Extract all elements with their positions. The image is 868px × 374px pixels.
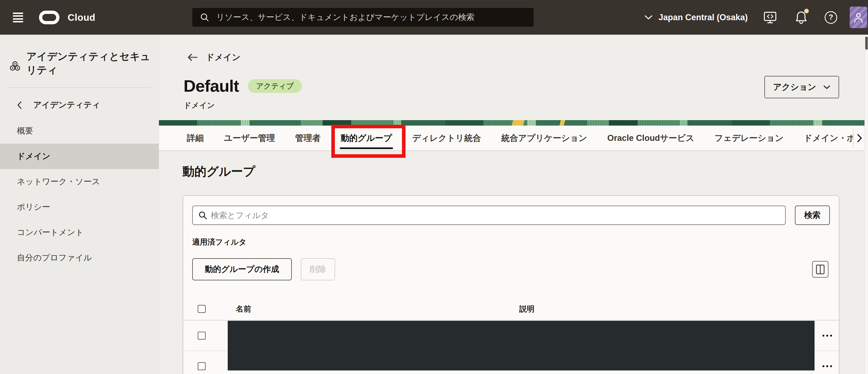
search-filter-input[interactable] xyxy=(192,206,786,225)
cloud-shell-icon xyxy=(764,11,777,24)
tab-directory-integration[interactable]: ディレクトリ統合 xyxy=(412,125,481,150)
actions-dropdown-button[interactable]: アクション xyxy=(764,76,839,98)
tab-bar: 詳細 ユーザー管理 管理者 動的グループ ディレクトリ統合 統合アプリケーション… xyxy=(159,125,868,151)
hamburger-menu-icon[interactable] xyxy=(13,12,23,22)
dynamic-groups-table: 名前 説明 xyxy=(183,298,839,374)
sidebar-item-overview[interactable]: 概要 xyxy=(0,118,159,144)
topbar: Cloud リソース、サービス、ドキュメントおよびマーケットプレイスの検索 Ja… xyxy=(0,0,868,35)
ellipsis-icon xyxy=(823,335,825,337)
row-select-cell xyxy=(183,362,228,370)
help-icon: ? xyxy=(829,13,833,22)
page-scrollbar[interactable] xyxy=(864,35,868,374)
sidebar: アイデンティティとセキュリティ アイデンティティ 概要 ドメイン ネットワーク・… xyxy=(0,35,159,374)
oci-console-screen: Cloud リソース、サービス、ドキュメントおよびマーケットプレイスの検索 Ja… xyxy=(0,0,868,374)
filter-input-wrap xyxy=(192,206,786,225)
global-search-input[interactable]: リソース、サービス、ドキュメントおよびマーケットプレイスの検索 xyxy=(192,8,534,27)
sidebar-back-link[interactable]: アイデンティティ xyxy=(0,88,159,111)
cloud-shell-button[interactable] xyxy=(764,11,777,24)
brand[interactable]: Cloud xyxy=(39,0,95,35)
sidebar-item-policies[interactable]: ポリシー xyxy=(0,194,159,220)
status-badge: アクティブ xyxy=(248,79,302,93)
tab-federation[interactable]: フェデレーション xyxy=(714,125,783,150)
notifications-button[interactable] xyxy=(795,11,807,24)
actions-button-label: アクション xyxy=(773,81,816,93)
row-checkbox[interactable] xyxy=(198,362,206,370)
column-header-name: 名前 xyxy=(228,304,519,314)
delete-button: 削除 xyxy=(301,258,335,280)
topbar-right: Japan Central (Osaka) ? xyxy=(644,0,868,35)
redaction-overlay xyxy=(228,321,814,370)
select-all-cell xyxy=(183,305,228,313)
create-dynamic-group-button[interactable]: 動的グループの作成 xyxy=(192,258,292,280)
content-heading: 動的グループ xyxy=(182,164,255,180)
arrow-left-icon xyxy=(187,54,198,61)
sidebar-item-domains[interactable]: ドメイン xyxy=(0,144,159,169)
table-header-row: 名前 説明 xyxy=(183,298,839,320)
row-actions-menu-button[interactable] xyxy=(814,320,840,350)
oracle-logo xyxy=(39,11,59,24)
main-content: ドメイン Default アクティブ ドメイン アクション 詳細 ユーザー管理 … xyxy=(159,35,868,374)
sidebar-back-label: アイデンティティ xyxy=(33,99,100,111)
row-actions-menu-button[interactable] xyxy=(814,351,840,374)
row-select-cell xyxy=(183,332,228,340)
region-label: Japan Central (Osaka) xyxy=(658,12,748,22)
search-filter-row: 検索 xyxy=(192,206,830,225)
sidebar-title: アイデンティティとセキュリティ xyxy=(27,50,151,77)
avatar-person-icon xyxy=(854,12,863,23)
applied-filters-label: 適用済フィルタ xyxy=(192,237,830,247)
tab-user-management[interactable]: ユーザー管理 xyxy=(224,125,275,150)
tab-oracle-cloud-services[interactable]: Oracle Cloudサービス xyxy=(607,125,694,150)
breadcrumb-back-link[interactable]: ドメイン xyxy=(187,52,241,63)
tab-details[interactable]: 詳細 xyxy=(187,125,204,150)
search-icon xyxy=(200,12,210,22)
tab-dynamic-groups[interactable]: 動的グループ xyxy=(341,125,392,150)
brand-label: Cloud xyxy=(68,12,95,23)
region-selector[interactable]: Japan Central (Osaka) xyxy=(644,12,748,22)
help-button[interactable]: ? xyxy=(825,11,837,24)
page-title: Default xyxy=(184,76,239,95)
sidebar-nav: 概要 ドメイン ネットワーク・ソース ポリシー コンパートメント 自分のプロファ… xyxy=(0,118,159,270)
chevron-right-icon xyxy=(857,134,862,143)
domain-decorative-banner xyxy=(159,120,868,125)
tab-domain-policy-truncated[interactable]: ドメイン・ポ xyxy=(804,125,853,150)
sidebar-header: アイデンティティとセキュリティ xyxy=(0,35,159,77)
column-picker-button[interactable] xyxy=(812,261,829,278)
chevron-down-icon xyxy=(644,15,653,20)
identity-cluster-icon xyxy=(9,61,21,71)
tab-overflow-divider xyxy=(853,128,854,148)
sidebar-item-network-sources[interactable]: ネットワーク・ソース xyxy=(0,169,159,194)
chevron-left-icon xyxy=(17,101,22,109)
tabs-list: 詳細 ユーザー管理 管理者 動的グループ ディレクトリ統合 統合アプリケーション… xyxy=(159,125,853,150)
row-checkbox[interactable] xyxy=(198,332,206,340)
scrollbar-thumb[interactable] xyxy=(865,36,868,50)
search-button[interactable]: 検索 xyxy=(795,206,830,225)
tab-integrated-applications[interactable]: 統合アプリケーション xyxy=(501,125,587,150)
page-subtitle: ドメイン xyxy=(184,100,215,111)
tab-scroll-right-button[interactable] xyxy=(855,125,864,150)
select-all-checkbox[interactable] xyxy=(198,305,206,313)
breadcrumb-label: ドメイン xyxy=(206,52,241,63)
notification-badge xyxy=(804,9,809,13)
ellipsis-icon xyxy=(823,365,825,367)
page-title-row: Default アクティブ xyxy=(184,76,302,95)
sidebar-item-compartments[interactable]: コンパートメント xyxy=(0,220,159,245)
tab-administrators[interactable]: 管理者 xyxy=(295,125,320,150)
sidebar-item-my-profile[interactable]: 自分のプロファイル xyxy=(0,245,159,270)
profile-avatar[interactable] xyxy=(850,6,867,28)
global-search-placeholder: リソース、サービス、ドキュメントおよびマーケットプレイスの検索 xyxy=(216,12,474,23)
chevron-down-icon xyxy=(823,85,830,89)
column-header-description: 説明 xyxy=(519,304,814,314)
columns-icon xyxy=(816,264,825,275)
dynamic-groups-card: 検索 適用済フィルタ 動的グループの作成 削除 xyxy=(183,195,839,374)
table-actions-row: 動的グループの作成 削除 xyxy=(192,258,830,280)
